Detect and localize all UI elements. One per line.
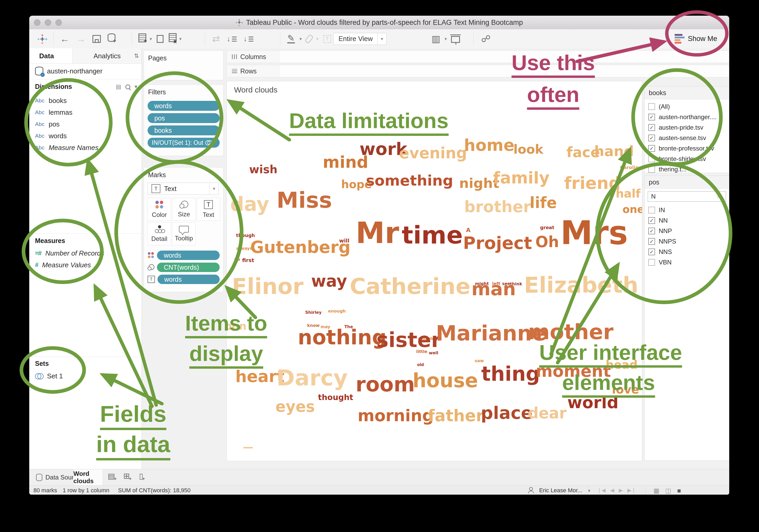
show-me-button[interactable]: Show Me [675, 32, 717, 45]
cloud-word[interactable]: though [236, 233, 255, 238]
clear-search-icon[interactable]: × [717, 193, 721, 200]
cloud-word[interactable]: dear [528, 406, 567, 421]
checkbox[interactable] [648, 103, 655, 110]
tableau-logo-icon[interactable]: + + + + + [37, 34, 48, 44]
checkbox[interactable] [648, 238, 655, 245]
tab-analytics[interactable]: Analytics ⇅ [72, 48, 141, 63]
cloud-word[interactable]: A [466, 227, 470, 233]
save-icon[interactable] [93, 35, 101, 43]
cloud-word[interactable]: one [622, 204, 642, 215]
filter-pill[interactable]: words [147, 101, 220, 111]
cloud-word[interactable]: evening [399, 145, 467, 161]
show-hide-cards-button[interactable]: ▥ [431, 33, 440, 44]
mark-pill[interactable]: CNT(words) [157, 263, 220, 272]
measure-field[interactable]: # Measure Values [35, 261, 104, 269]
cloud-word[interactable]: old [417, 363, 424, 367]
measure-field[interactable]: =# Number of Records [35, 249, 104, 257]
checkbox[interactable] [648, 227, 655, 234]
filter-pill[interactable]: books [147, 125, 220, 135]
new-sheet-dropdown[interactable]: ▾ [150, 36, 152, 42]
cloud-word[interactable]: Oh [536, 234, 559, 250]
sort-fields-icon[interactable]: ⇅ [134, 53, 139, 59]
cloud-word[interactable]: Elinor [232, 275, 303, 297]
cloud-word[interactable]: mother [528, 322, 613, 343]
cloud-word[interactable]: sister [377, 330, 441, 350]
filter-option[interactable]: NNPS [648, 237, 729, 246]
filter-option[interactable]: bronte-professor.tsv [648, 144, 729, 153]
checkbox[interactable] [648, 166, 655, 173]
tooltip-button[interactable]: Tooltip [172, 223, 196, 245]
presentation-mode-icon[interactable] [451, 36, 460, 43]
cloud-word[interactable]: life [530, 195, 557, 210]
filter-option[interactable]: thering.t... [648, 165, 729, 174]
checkbox[interactable] [648, 155, 655, 162]
redo-button[interactable]: → [76, 33, 86, 44]
new-worksheet-button[interactable]: + [139, 33, 147, 44]
user-menu[interactable]: Eric Lease Mor... ▾ [528, 487, 590, 494]
cloud-word[interactable]: house [413, 371, 478, 390]
checkbox[interactable] [648, 217, 655, 224]
annotation-dropdown[interactable]: ▾ [316, 36, 319, 42]
tab-word-clouds[interactable]: Word clouds [73, 469, 103, 485]
detail-button[interactable]: Detail [147, 223, 171, 245]
cloud-word[interactable]: Shirley [305, 310, 322, 314]
cloud-word[interactable]: thought [318, 393, 353, 401]
filter-option[interactable]: austen-pride.tsv [648, 123, 729, 132]
mark-type-dropdown[interactable]: T Text ▾ [147, 183, 219, 195]
data-source-item[interactable]: austen-northanger [35, 67, 102, 75]
filter-option[interactable]: (All) [648, 102, 729, 111]
close-button[interactable] [34, 19, 40, 26]
filter-option[interactable]: NNS [648, 247, 729, 257]
add-data-source-button[interactable]: + [108, 33, 116, 44]
sort-descending-button[interactable]: ↓ [243, 35, 253, 43]
zoom-button[interactable] [55, 19, 62, 26]
share-icon[interactable]: ☍ [481, 33, 491, 44]
cloud-word[interactable]: head [606, 359, 638, 371]
cloud-word[interactable]: way [311, 273, 347, 289]
clear-dropdown[interactable]: ▾ [179, 36, 181, 42]
view-mode-buttons[interactable]: ▦ ◫ ■ [654, 487, 683, 494]
view-list-icon[interactable]: ▤ [116, 83, 121, 90]
cloud-word[interactable]: Gutenberg [250, 239, 350, 256]
cloud-word[interactable]: eyes [275, 399, 315, 414]
rows-shelf[interactable]: Rows [226, 65, 729, 77]
filter-pill[interactable]: pos [147, 113, 220, 123]
dimension-field[interactable]: Abc lemmas [35, 108, 99, 116]
swap-axes-button[interactable]: ⇄ [212, 33, 220, 44]
filter-option[interactable]: austen-sense.tsv [648, 133, 729, 143]
cloud-word[interactable]: look [513, 143, 543, 155]
cloud-word[interactable]: moment [536, 363, 611, 379]
undo-button[interactable]: ← [60, 33, 69, 44]
paperclip-icon[interactable] [304, 34, 314, 44]
cloud-word[interactable]: room [356, 374, 415, 394]
pos-search-input[interactable] [651, 192, 717, 200]
cloud-word[interactable]: always [236, 246, 252, 251]
cloud-word[interactable]: Miss [277, 189, 332, 211]
cloud-word[interactable]: Catherine [350, 275, 470, 297]
cloud-word[interactable]: nothing [298, 327, 386, 348]
highlight-dropdown[interactable]: ▾ [300, 36, 302, 42]
checkbox[interactable] [648, 207, 655, 214]
cards-dropdown[interactable]: ▾ [445, 36, 447, 42]
cloud-word[interactable]: place [481, 404, 533, 422]
checkbox[interactable] [648, 145, 655, 152]
text-label-icon[interactable]: T [323, 35, 331, 43]
filter-option[interactable]: austen-northanger.... [648, 112, 729, 122]
page-navigation[interactable]: |◀ ◀ ▶ ▶| [599, 487, 636, 493]
cloud-word[interactable]: thing [481, 364, 540, 384]
tab-data[interactable]: Data [29, 48, 72, 63]
filter-option[interactable]: VBN [648, 258, 729, 267]
filter-option[interactable]: NNP [648, 226, 729, 236]
dimension-field[interactable]: Abc pos [35, 120, 99, 128]
cloud-word[interactable]: great [540, 225, 554, 230]
columns-shelf[interactable]: Columns [226, 51, 729, 63]
new-dashboard-button[interactable]: ⊞+ [123, 471, 136, 483]
cloud-word[interactable]: world [567, 394, 619, 411]
size-button[interactable]: Size [172, 198, 196, 221]
cloud-word[interactable]: Mrs [561, 217, 628, 249]
search-icon[interactable] [125, 84, 130, 89]
cloud-word[interactable]: no [234, 257, 240, 262]
cloud-word[interactable]: friend [564, 175, 620, 191]
cloud-word[interactable]: Mr [356, 218, 399, 247]
new-story-button[interactable]: ▯+ [139, 471, 151, 483]
